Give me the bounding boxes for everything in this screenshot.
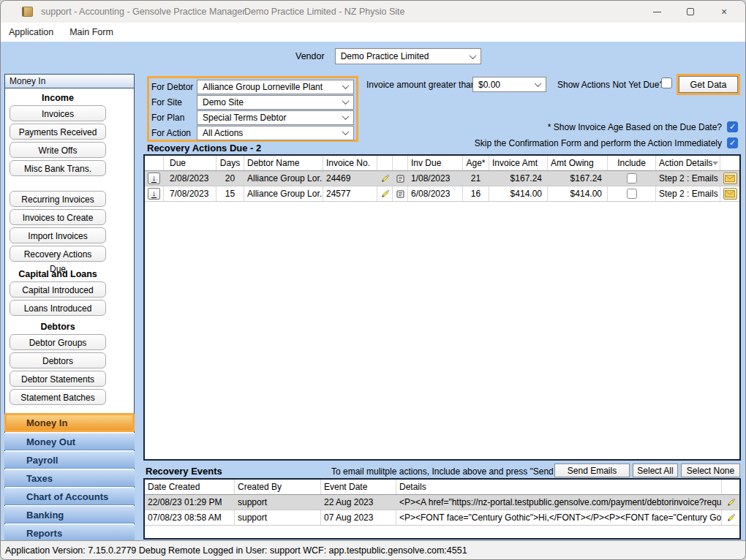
header-blank: [377, 156, 393, 170]
sidebar-button-recurring-invoices[interactable]: Recurring Invoices: [10, 191, 106, 207]
send-email-button[interactable]: [723, 173, 737, 184]
invoice-amount-dropdown[interactable]: $0.00: [472, 77, 546, 92]
table-row[interactable]: ↓ 2/08/2023 20 Alliance Group Lor... 244…: [145, 171, 739, 186]
minimize-icon: [653, 12, 661, 12]
maximize-button[interactable]: [674, 1, 707, 23]
header-inv-due[interactable]: Inv Due: [408, 156, 463, 170]
for-debtor-label: For Debtor: [151, 82, 197, 92]
app-window: support - Accounting - Gensolve Practice…: [0, 0, 746, 560]
edit-pencil-icon[interactable]: [380, 189, 390, 199]
select-all-button[interactable]: Select All: [633, 463, 678, 477]
edit-pencil-icon[interactable]: [726, 513, 736, 523]
header-include[interactable]: Include: [608, 156, 656, 170]
age-checkbox[interactable]: ✓: [727, 121, 738, 132]
menu-application[interactable]: Application: [1, 27, 61, 37]
sidebar-button-invoices[interactable]: Invoices: [10, 105, 106, 121]
title-bar: support - Accounting - Gensolve Practice…: [1, 1, 745, 23]
invoice-amount-label: Invoice amount greater than: [366, 80, 475, 90]
cell-days: 20: [216, 171, 244, 186]
window-title: support - Accounting - Gensolve Practice…: [41, 7, 245, 17]
skip-confirmation-checkbox[interactable]: ✓: [727, 137, 738, 148]
header-blank: [393, 156, 408, 170]
sidebar-button-statement-batches[interactable]: Statement Batches: [10, 389, 106, 405]
invoice-document-icon[interactable]: [396, 189, 405, 199]
cell-amt-owing: $167.24: [548, 171, 608, 186]
sidebar-button-import-invoices[interactable]: Import Invoices: [10, 227, 106, 243]
sidebar-button-loans-introduced[interactable]: Loans Introduced: [10, 300, 106, 316]
cell-inv-due: 1/08/2023: [408, 171, 463, 186]
nav-chart-of-accounts[interactable]: Chart of Accounts: [4, 488, 135, 505]
header-amt-owing[interactable]: Amt Owing: [548, 156, 608, 170]
sidebar-button-misc-bank-trans[interactable]: Misc Bank Trans.: [10, 160, 106, 176]
for-action-value: All Actions: [203, 128, 243, 138]
header-invoice-no[interactable]: Invoice No.: [323, 156, 377, 170]
chevron-down-icon: [342, 97, 350, 105]
sidebar-button-write-offs[interactable]: Write Offs: [10, 142, 106, 158]
sidebar-button-recovery-actions-due[interactable]: Recovery Actions Due: [10, 246, 106, 262]
for-plan-dropdown[interactable]: Special Terms Debtor: [197, 110, 354, 125]
cell-invoice-no: 24577: [323, 186, 377, 201]
for-plan-label: For Plan: [151, 113, 197, 123]
edit-pencil-icon[interactable]: [726, 498, 736, 507]
sidebar-panel: Money In Income Invoices Payments Receiv…: [4, 74, 135, 542]
header-age[interactable]: Age*: [463, 156, 489, 170]
table-row[interactable]: 22/08/23 01:29 PM support 22 Aug 2023 <P…: [145, 495, 739, 510]
nav-payroll[interactable]: Payroll: [4, 451, 135, 469]
vendor-label: Vendor: [295, 51, 325, 61]
select-none-button[interactable]: Select None: [681, 463, 740, 477]
cell-debtor: Alliance Group Lor...: [244, 186, 323, 201]
header-due[interactable]: Due: [164, 156, 216, 170]
sidebar-button-payments-received[interactable]: Payments Received: [10, 124, 106, 140]
get-data-highlight: Get Data: [677, 74, 740, 95]
check-icon: ✓: [729, 123, 736, 131]
invoice-document-icon[interactable]: [396, 174, 405, 183]
sidebar-button-debtor-statements[interactable]: Debtor Statements: [10, 371, 106, 387]
for-site-dropdown[interactable]: Demo Site: [197, 95, 354, 110]
header-invoice-amt[interactable]: Invoice Amt: [489, 156, 548, 170]
header-created-by[interactable]: Created By: [235, 480, 321, 494]
nav-taxes[interactable]: Taxes: [4, 469, 135, 487]
table-row[interactable]: ↓ 7/08/2023 15 Alliance Group Lor... 245…: [145, 186, 739, 202]
for-action-dropdown[interactable]: All Actions: [197, 126, 354, 140]
header-details[interactable]: Details: [396, 480, 722, 494]
header-blank: [720, 156, 739, 170]
table-row[interactable]: 07/08/23 08:58 AM support 07 Aug 2023 <P…: [145, 510, 739, 526]
send-emails-button[interactable]: Send Emails: [554, 463, 630, 477]
header-debtor-name[interactable]: Debtor Name: [244, 156, 323, 170]
header-days[interactable]: Days: [216, 156, 244, 170]
not-yet-due-checkbox[interactable]: [661, 77, 672, 88]
sidebar-button-debtor-groups[interactable]: Debtor Groups: [10, 334, 106, 350]
header-action-details[interactable]: Action Details: [656, 156, 720, 170]
nav-reports[interactable]: Reports: [4, 524, 135, 542]
edit-pencil-icon[interactable]: [380, 174, 390, 183]
sidebar-button-invoices-to-create[interactable]: Invoices to Create: [10, 209, 106, 225]
download-action-button[interactable]: ↓: [148, 173, 160, 184]
cell-inv-due: 6/08/2023: [408, 186, 463, 201]
nav-money-in[interactable]: Money In: [4, 413, 135, 432]
cell-created-by: support: [235, 510, 321, 525]
sidebar-button-capital-introduced[interactable]: Capital Introduced: [10, 281, 106, 298]
cell-debtor: Alliance Group Lor...: [244, 171, 323, 186]
menu-main-form[interactable]: Main Form: [61, 27, 121, 37]
sort-arrow-icon: [712, 162, 718, 165]
sidebar-button-debtors[interactable]: Debtors: [10, 352, 106, 368]
header-event-date[interactable]: Event Date: [321, 480, 396, 494]
minimize-button[interactable]: [640, 1, 674, 23]
nav-banking[interactable]: Banking: [4, 506, 135, 523]
get-data-button[interactable]: Get Data: [679, 76, 738, 93]
nav-money-out[interactable]: Money Out: [4, 433, 135, 450]
header-date-created[interactable]: Date Created: [145, 480, 235, 494]
skip-confirmation-label: Skip the Confirmation Form and perform t…: [475, 138, 722, 148]
age-checkbox-label: * Show Invoice Age Based on the Due Date…: [548, 122, 722, 132]
include-checkbox[interactable]: [627, 173, 637, 183]
vendor-dropdown[interactable]: Demo Practice Limited: [335, 48, 481, 64]
skip-confirmation-row: Skip the Confirmation Form and perform t…: [475, 137, 738, 148]
status-bar: Application Version: 7.15.0.2779 Debug R…: [1, 540, 745, 559]
include-checkbox[interactable]: [627, 189, 637, 199]
close-button[interactable]: ×: [707, 1, 741, 23]
send-email-button[interactable]: [723, 188, 737, 200]
header-blank: [145, 156, 164, 170]
for-debtor-dropdown[interactable]: Alliance Group Lorneville Plant: [197, 80, 354, 94]
chevron-down-icon: [469, 52, 476, 59]
download-action-button[interactable]: ↓: [148, 188, 160, 200]
